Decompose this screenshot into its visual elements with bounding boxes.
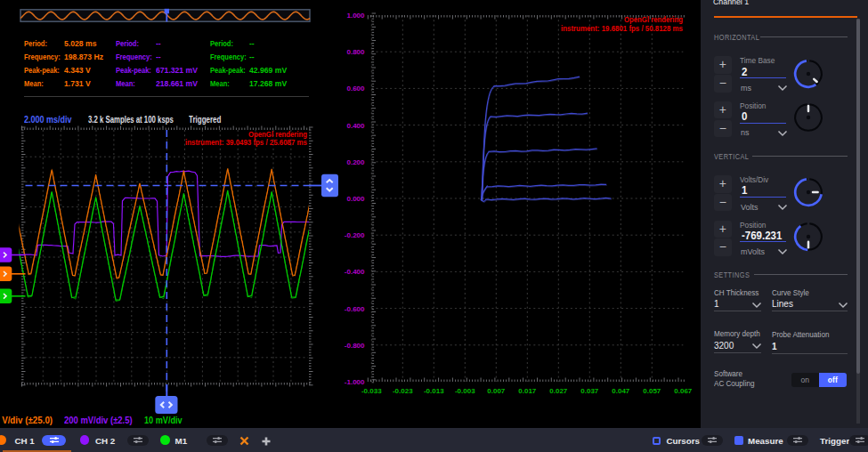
svg-text:-0.033: -0.033 bbox=[361, 387, 382, 395]
svg-text:0.067: 0.067 bbox=[674, 387, 693, 395]
svg-text:-1.000: -1.000 bbox=[345, 378, 365, 386]
svg-text:0.017: 0.017 bbox=[518, 387, 537, 395]
svg-text:1.000: 1.000 bbox=[346, 12, 365, 20]
svg-text:0.007: 0.007 bbox=[487, 387, 506, 395]
svg-text:-0.200: -0.200 bbox=[345, 231, 365, 239]
svg-text:-0.400: -0.400 bbox=[345, 268, 365, 276]
svg-text:0.037: 0.037 bbox=[580, 387, 599, 395]
svg-text:OpenGl rendering: OpenGl rendering bbox=[624, 15, 683, 24]
svg-text:0.057: 0.057 bbox=[643, 387, 661, 395]
svg-text:0.600: 0.600 bbox=[346, 85, 365, 93]
svg-text:-0.800: -0.800 bbox=[345, 342, 365, 350]
svg-text:0.200: 0.200 bbox=[346, 158, 365, 166]
svg-text:-0.003: -0.003 bbox=[455, 387, 475, 395]
svg-text:0.000: 0.000 bbox=[346, 195, 365, 203]
svg-text:0.047: 0.047 bbox=[612, 387, 630, 395]
svg-text:-0.013: -0.013 bbox=[424, 387, 444, 395]
svg-text:0.800: 0.800 bbox=[346, 48, 365, 56]
svg-text:-0.023: -0.023 bbox=[393, 387, 413, 395]
svg-text:0.400: 0.400 bbox=[346, 122, 365, 130]
svg-text:-0.600: -0.600 bbox=[345, 305, 365, 313]
svg-text:0.027: 0.027 bbox=[549, 387, 568, 395]
svg-text:instrument: 19.6801 fps / 50.8: instrument: 19.6801 fps / 50.8128 ms bbox=[561, 24, 683, 33]
